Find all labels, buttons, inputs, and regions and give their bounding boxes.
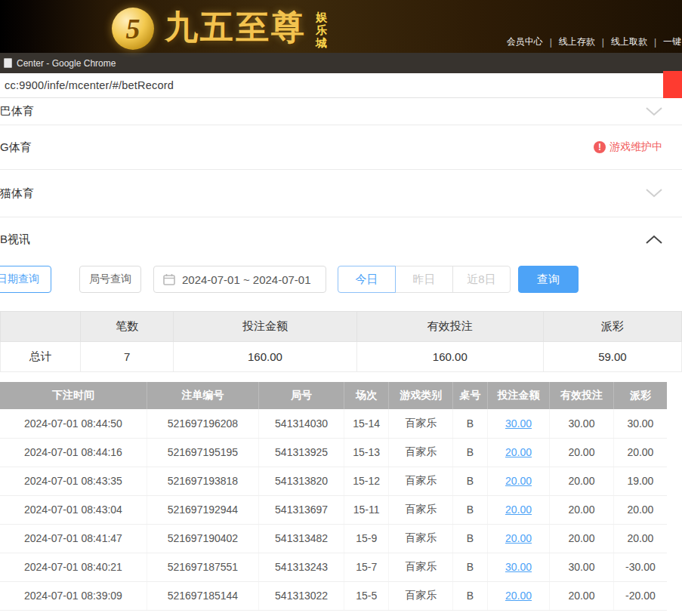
summary-total-bet-amount: 160.00 (174, 342, 357, 372)
payout: -30.00 (613, 553, 667, 581)
session: 15-11 (344, 495, 389, 524)
bet-amount-link[interactable]: 30.00 (487, 553, 549, 581)
table-code: B (453, 409, 488, 438)
section-label: B视讯 (0, 233, 30, 247)
browser-url-bar[interactable]: cc:9900/infe/mcenter/#/betRecord (0, 73, 682, 98)
bet-time: 2024-07-01 08:41:47 (0, 524, 147, 553)
url-text[interactable]: cc:9900/infe/mcenter/#/betRecord (0, 79, 174, 91)
section-sports-1[interactable]: 巴体育 (0, 98, 682, 125)
top-nav: 会员中心| 线上存款| 线上取款| 一键 (500, 35, 682, 48)
summary-table: 笔数 投注金额 有效投注 派彩 总计 7 160.00 160.00 59.00 (0, 311, 682, 372)
maintenance-badge: ! 游戏维护中 (594, 140, 662, 154)
summary-header-blank (1, 312, 81, 342)
brand-subtitle: 娱乐城 (316, 11, 329, 54)
bet-id: 521697187551 (147, 553, 258, 581)
round-id: 541314030 (259, 409, 344, 438)
summary-header-bet-amount: 投注金额 (174, 312, 357, 342)
table-code: B (453, 524, 488, 553)
round-id: 541313482 (259, 524, 344, 553)
payout: 20.00 (613, 495, 667, 524)
bet-amount-link[interactable]: 20.00 (487, 581, 549, 610)
session: 15-13 (344, 438, 389, 467)
window-title: Center - Google Chrome (17, 58, 116, 69)
valid-bet: 30.00 (550, 409, 614, 438)
bet-table-body: 2024-07-01 08:44:50521697196208541314030… (0, 409, 667, 610)
quick-today-button[interactable]: 今日 (338, 266, 396, 293)
payout: 20.00 (613, 438, 667, 467)
round-id: 541313697 (259, 495, 344, 524)
coin-logo-icon: 5 (112, 8, 154, 50)
summary-header-valid-bet: 有效投注 (356, 312, 543, 342)
header-table-code: 桌号 (453, 382, 488, 409)
valid-bet: 20.00 (550, 467, 614, 495)
round-id: 541313022 (259, 581, 344, 610)
valid-bet: 20.00 (550, 524, 614, 553)
header-round-id: 局号 (259, 382, 344, 409)
page-favicon-icon (4, 58, 12, 68)
maintenance-text: 游戏维护中 (609, 140, 662, 154)
quick-yesterday-button[interactable]: 昨日 (395, 266, 453, 293)
nav-one-key[interactable]: 一键 (656, 35, 682, 48)
payout: 20.00 (613, 524, 667, 553)
header-payout: 派彩 (613, 382, 667, 409)
table-row: 2024-07-01 08:44:16521697195195541313925… (0, 438, 667, 467)
quick-range-group: 今日 昨日 近8日 (338, 266, 511, 293)
table-code: B (453, 581, 488, 610)
date-query-button[interactable]: 日期查询 (0, 266, 51, 293)
round-id: 541313925 (259, 438, 344, 467)
table-code: B (453, 495, 488, 524)
bet-id: 521697193818 (147, 467, 258, 495)
summary-total-label: 总计 (1, 342, 81, 372)
nav-online-withdraw[interactable]: 线上取款 (604, 35, 654, 48)
game-type: 百家乐 (389, 467, 453, 495)
exclamation-icon: ! (594, 141, 606, 153)
valid-bet: 30.00 (550, 553, 614, 581)
payout: -20.00 (613, 581, 667, 610)
bet-amount-link[interactable]: 20.00 (487, 467, 549, 495)
chevron-down-icon[interactable] (646, 107, 662, 116)
bet-id: 521697192944 (147, 495, 258, 524)
bet-amount-link[interactable]: 20.00 (487, 495, 549, 524)
bet-id: 521697190402 (147, 524, 258, 553)
table-row: 2024-07-01 08:39:09521697185144541313022… (0, 581, 667, 610)
chevron-down-icon[interactable] (646, 189, 662, 198)
nav-member-center[interactable]: 会员中心 (500, 35, 550, 48)
section-label: 巴体育 (0, 104, 34, 119)
bet-amount-link[interactable]: 20.00 (487, 438, 549, 467)
bet-table-header-row: 下注时间 注单编号 局号 场次 游戏类别 桌号 投注金额 有效投注 派彩 (0, 382, 667, 409)
section-sports-3[interactable]: 猫体育 (0, 170, 682, 217)
bet-record-table: 下注时间 注单编号 局号 场次 游戏类别 桌号 投注金额 有效投注 派彩 202… (0, 382, 667, 611)
section-video-bb[interactable]: B视讯 (0, 217, 682, 261)
round-id: 541313243 (259, 553, 344, 581)
search-button[interactable]: 查询 (518, 266, 579, 293)
calendar-icon (163, 273, 175, 285)
header-valid-bet: 有效投注 (550, 382, 614, 409)
summary-header-row: 笔数 投注金额 有效投注 派彩 (1, 312, 682, 342)
bet-time: 2024-07-01 08:39:09 (0, 581, 147, 610)
brand-title: 九五至尊 (165, 2, 307, 54)
header-session: 场次 (344, 382, 389, 409)
valid-bet: 20.00 (550, 438, 614, 467)
round-query-button[interactable]: 局号查询 (79, 266, 141, 293)
session: 15-12 (344, 467, 389, 495)
bet-amount-link[interactable]: 20.00 (487, 524, 549, 553)
table-row: 2024-07-01 08:40:21521697187551541313243… (0, 553, 667, 581)
quick-last8days-button[interactable]: 近8日 (452, 266, 511, 293)
coin-number: 5 (126, 12, 140, 45)
section-label: 猫体育 (0, 186, 34, 201)
summary-header-payout: 派彩 (543, 312, 681, 342)
date-range-picker[interactable]: 2024-07-01 ~ 2024-07-01 (153, 266, 326, 293)
red-flag-panel (663, 71, 682, 98)
valid-bet: 20.00 (550, 581, 614, 610)
chevron-up-icon[interactable] (646, 235, 662, 244)
table-row: 2024-07-01 08:43:04521697192944541313697… (0, 495, 667, 524)
bet-amount-link[interactable]: 30.00 (487, 409, 549, 438)
section-sports-2[interactable]: G体育 ! 游戏维护中 (0, 125, 682, 170)
session: 15-9 (344, 524, 389, 553)
round-id: 541313820 (259, 467, 344, 495)
filter-bar: 日期查询 局号查询 2024-07-01 ~ 2024-07-01 今日 昨日 … (0, 265, 682, 294)
bet-id: 521697185144 (147, 581, 258, 610)
bet-time: 2024-07-01 08:44:50 (0, 409, 147, 438)
table-row: 2024-07-01 08:44:50521697196208541314030… (0, 409, 667, 438)
nav-online-deposit[interactable]: 线上存款 (552, 35, 602, 48)
